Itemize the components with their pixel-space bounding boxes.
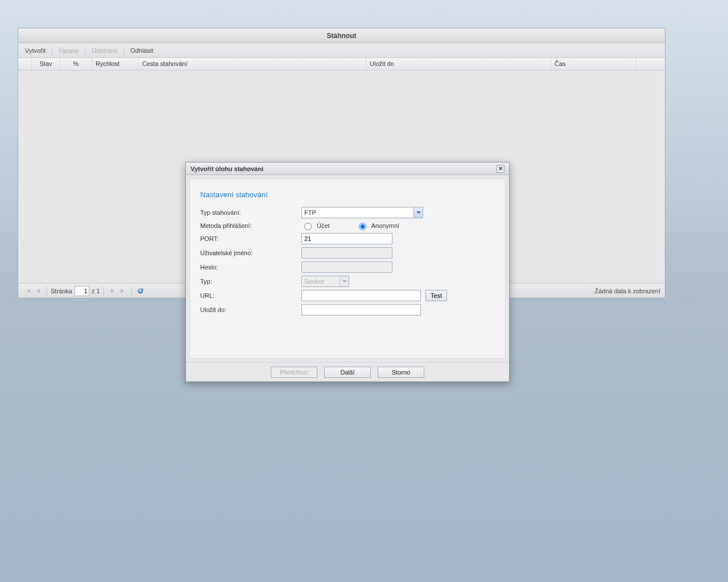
grid-empty-message: Žádná data k zobrazení <box>594 288 660 294</box>
download-type-select[interactable]: FTP <box>301 207 423 218</box>
column-stav[interactable]: Stav <box>32 58 60 70</box>
radio-anonymous[interactable] <box>359 223 366 230</box>
column-path[interactable]: Cesta stahování <box>139 58 366 70</box>
label-url: URL: <box>200 292 301 299</box>
label-username: Uživatelské jméno: <box>200 250 301 256</box>
toolbar-create-button[interactable]: Vytvořit <box>22 43 49 58</box>
url-input[interactable] <box>301 290 421 301</box>
toolbar-separator <box>52 47 52 55</box>
label-download-type: Typ stahování: <box>200 209 301 216</box>
create-download-dialog: Vytvořit úlohu stahování ✕ Nastavení sta… <box>185 162 510 382</box>
prev-button: Předchozí <box>271 367 317 378</box>
pager-last-icon <box>118 286 127 296</box>
dialog-titlebar[interactable]: Vytvořit úlohu stahování ✕ <box>186 163 509 175</box>
label-filetype: Typ: <box>200 278 301 285</box>
download-type-value: FTP <box>302 209 413 216</box>
panel-toolbar: Vytvořit Úpravy Odstranit Odhlásit <box>18 43 665 58</box>
column-speed[interactable]: Rychlost <box>92 58 139 70</box>
port-input[interactable] <box>301 233 392 244</box>
column-spacer <box>636 58 665 70</box>
next-button[interactable]: Další <box>324 367 371 378</box>
password-input <box>301 261 392 273</box>
dialog-body: Nastavení stahování Typ stahování: FTP M… <box>189 178 506 359</box>
pager-first-icon <box>23 286 32 296</box>
radio-account-label[interactable]: Účet <box>317 222 330 229</box>
pager-separator <box>47 286 47 296</box>
column-icon[interactable] <box>18 58 32 70</box>
filetype-value: Soubor <box>302 278 340 285</box>
toolbar-separator <box>123 47 124 55</box>
pager-prev-icon <box>34 286 43 296</box>
cancel-button[interactable]: Storno <box>378 367 424 378</box>
pager-page-input[interactable] <box>75 286 89 296</box>
toolbar-logout-button[interactable]: Odhlásit <box>127 43 156 58</box>
pager-separator <box>131 286 132 296</box>
column-saveto[interactable]: Uložit do <box>366 58 551 70</box>
dialog-title-text: Vytvořit úlohu stahování <box>191 163 263 175</box>
username-input <box>301 247 392 259</box>
chevron-down-icon <box>340 276 349 286</box>
radio-account[interactable] <box>304 223 312 230</box>
dialog-button-bar: Předchozí Další Storno <box>186 362 509 381</box>
toolbar-separator <box>85 47 85 55</box>
pager-total: z 1 <box>92 288 100 294</box>
label-port: PORT: <box>200 235 301 242</box>
column-time[interactable]: Čas <box>551 58 636 70</box>
dialog-close-button[interactable]: ✕ <box>497 165 504 173</box>
saveto-input[interactable] <box>301 304 421 315</box>
grid-header: Stav % Rychlost Cesta stahování Uložit d… <box>18 58 665 70</box>
close-icon: ✕ <box>498 166 503 172</box>
chevron-down-icon <box>413 207 423 218</box>
label-login-method: Metoda přihlášení: <box>200 222 301 229</box>
pager-refresh-button[interactable] <box>136 286 145 296</box>
pager-next-icon <box>108 286 117 296</box>
label-password: Heslo: <box>200 264 301 271</box>
toolbar-delete-button: Odstranit <box>88 43 121 58</box>
pager-separator <box>104 286 104 296</box>
toolbar-edit-button: Úpravy <box>55 43 82 58</box>
pager-label: Stránka <box>51 288 72 294</box>
section-title: Nastavení stahování <box>200 190 495 199</box>
refresh-icon <box>136 287 144 295</box>
filetype-select: Soubor <box>301 276 349 287</box>
column-percent[interactable]: % <box>60 58 92 70</box>
radio-anonymous-label[interactable]: Anonymní <box>371 222 400 229</box>
test-button[interactable]: Test <box>425 290 447 301</box>
panel-title: Stáhnout <box>18 28 665 43</box>
label-saveto: Uložit do: <box>200 306 301 313</box>
